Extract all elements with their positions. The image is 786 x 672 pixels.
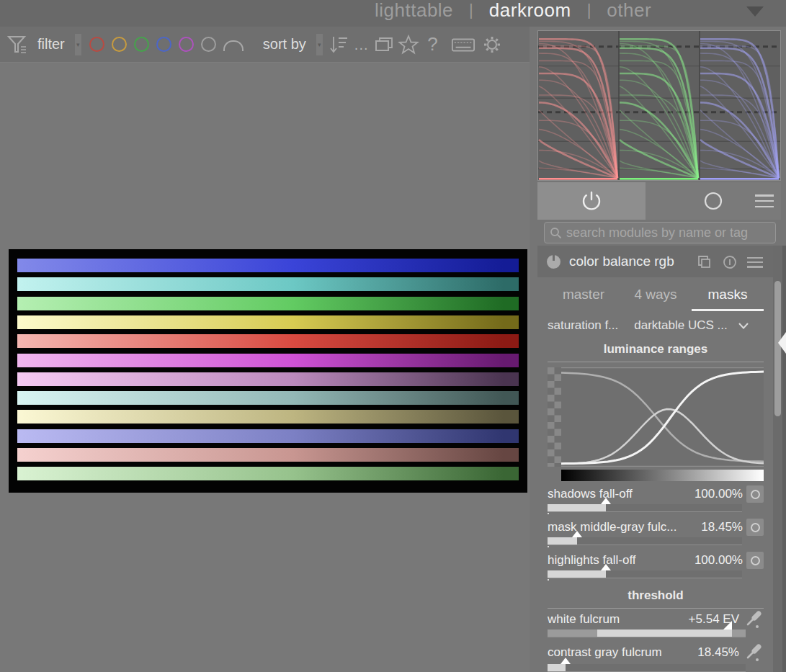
slider-value[interactable]: 100.00% [695, 553, 743, 568]
sort-dropdown-caret[interactable]: ▾ [316, 34, 323, 55]
color-label-blue[interactable] [156, 37, 171, 52]
slider-track[interactable] [548, 570, 742, 578]
filter-funnel-icon[interactable] [6, 29, 30, 61]
multiple-instances-icon[interactable] [697, 254, 713, 270]
slider-label: mask middle-gray fulc... [548, 520, 677, 534]
slider-value[interactable]: 18.45% [697, 645, 739, 660]
saturation-formula-label: saturation f... [548, 318, 618, 333]
chevron-down-icon[interactable] [738, 322, 749, 330]
help-icon[interactable]: ? [421, 29, 445, 61]
collapse-top-panel-arrow-icon[interactable] [746, 6, 764, 17]
slider-handle[interactable] [572, 531, 582, 537]
gradient-bar-5 [17, 334, 519, 348]
tab-4-ways[interactable]: 4 ways [620, 279, 692, 311]
color-label-green[interactable] [134, 37, 149, 52]
color-label-red[interactable] [89, 37, 104, 52]
shortcuts-keyboard-icon[interactable] [451, 29, 475, 61]
gradient-bar-1 [17, 259, 519, 272]
preferences-gear-icon[interactable] [480, 29, 504, 61]
gradient-bar-2 [17, 277, 519, 291]
active-modules-tab[interactable] [537, 182, 646, 220]
color-label-filters [86, 37, 220, 52]
module-title: color balance rgb [569, 254, 674, 269]
right-panel: color balance rgb master 4 ways masks sa… [530, 27, 786, 672]
saturation-formula-row: saturation f... darktable UCS ... [548, 316, 764, 335]
gradient-bar-6 [17, 354, 519, 367]
slider-shadows-fall-off: shadows fall-off 100.00% [548, 487, 764, 519]
module-group-presets-menu-icon[interactable] [755, 194, 774, 207]
gradient-bar-4 [17, 315, 519, 329]
display-mask-button[interactable] [746, 519, 764, 536]
gradient-bar-12 [17, 467, 519, 480]
presets-menu-icon[interactable] [747, 257, 763, 268]
collapse-right-panel-arrow-icon[interactable] [778, 332, 786, 354]
filter-label: filter [37, 36, 65, 53]
sort-order-icon[interactable] [327, 29, 352, 61]
slider-track[interactable] [548, 664, 746, 672]
display-mask-button[interactable] [746, 485, 764, 503]
view-switcher: lighttable | darkroom | other [375, 0, 651, 26]
filter-toolbar: filter ▾ sort by ▾ ... ? [0, 27, 530, 63]
search-input[interactable] [544, 222, 776, 243]
slider-track[interactable] [548, 630, 746, 637]
saturation-formula-combobox[interactable]: darktable UCS ... [634, 318, 727, 333]
display-mask-button[interactable] [746, 552, 764, 569]
module-power-icon[interactable] [547, 255, 561, 269]
edited-image [9, 249, 527, 493]
view-separator: | [587, 1, 591, 19]
circle-icon [751, 523, 760, 532]
reset-parameters-icon[interactable] [722, 254, 738, 270]
module-search [544, 222, 776, 243]
sort-by-label: sort by [263, 36, 306, 53]
gradient-bar-8 [17, 391, 519, 405]
search-icon [550, 227, 562, 239]
slider-handle[interactable] [561, 658, 571, 664]
circle-icon [751, 490, 760, 499]
slider-track[interactable] [548, 537, 742, 545]
color-label-gray[interactable] [201, 37, 216, 52]
slider-label: shadows fall-off [548, 487, 633, 501]
slider-white-fulcrum: white fulcrum +5.54 EV [548, 612, 764, 644]
color-label-yellow[interactable] [112, 37, 127, 52]
slider-contrast-gray-fulcrum: contrast gray fulcrum 18.45% [548, 645, 764, 672]
more-options-ellipsis[interactable]: ... [354, 41, 369, 48]
view-tab-other[interactable]: other [607, 0, 651, 22]
gradient-bar-7 [17, 372, 519, 386]
tab-masks[interactable]: masks [692, 279, 764, 311]
gradient-bar-3 [17, 297, 519, 310]
slider-label: highlights fall-off [548, 553, 636, 568]
view-tab-lighttable[interactable]: lighttable [375, 0, 453, 22]
module-header-color-balance-rgb[interactable]: color balance rgb [537, 246, 776, 277]
transparency-checkerboard [548, 367, 561, 467]
rgb-parade-scope[interactable] [537, 30, 781, 181]
section-divider [548, 362, 764, 362]
slider-handle[interactable] [601, 498, 611, 504]
section-luminance-ranges: luminance ranges [548, 342, 764, 357]
top-panel: lighttable | darkroom | other [0, 0, 786, 27]
rating-arc-icon[interactable] [223, 40, 244, 51]
circle-icon [751, 556, 760, 565]
luminance-gradient-bar [561, 470, 764, 481]
gradient-bar-10 [17, 429, 519, 443]
slider-value[interactable]: 18.45% [701, 520, 743, 534]
slider-label: white fulcrum [548, 612, 620, 627]
color-picker-eyedropper-icon[interactable] [746, 642, 764, 667]
section-divider [548, 608, 764, 609]
color-picker-eyedropper-icon[interactable] [746, 609, 764, 634]
slider-handle[interactable] [723, 621, 732, 630]
tab-master[interactable]: master [548, 279, 620, 311]
darktable-window: lighttable | darkroom | other filter ▾ s… [0, 0, 786, 672]
luminance-ranges-graph[interactable] [561, 367, 764, 467]
module-group-bar [537, 182, 781, 220]
slider-value[interactable]: 100.00% [695, 487, 743, 501]
star-overlay-icon[interactable] [396, 29, 421, 61]
grouping-icon[interactable] [372, 29, 396, 61]
view-tab-darkroom[interactable]: darkroom [489, 0, 571, 22]
filter-dropdown-caret[interactable]: ▾ [75, 34, 81, 55]
module-tabs: master 4 ways masks [548, 279, 764, 311]
slider-highlights-fall-off: highlights fall-off 100.00% [548, 553, 764, 585]
circle-icon [701, 189, 725, 213]
slider-handle[interactable] [601, 564, 611, 570]
slider-track[interactable] [548, 504, 742, 512]
color-label-purple[interactable] [179, 37, 194, 52]
